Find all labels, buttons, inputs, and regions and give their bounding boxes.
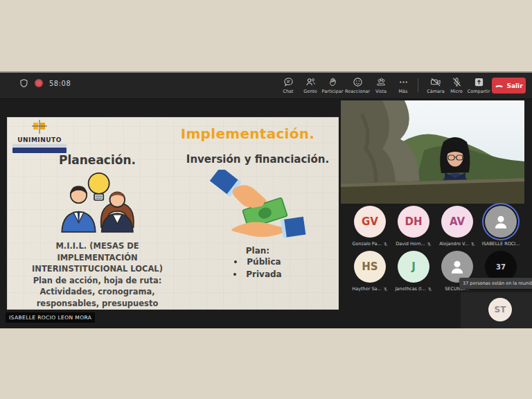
miil-line: IMPLEMENTACIÓN [12,252,182,264]
avatar: AV [441,206,473,238]
presenter-name-tag: ISABELLE ROCIO LEON MORA [6,312,95,323]
uniminuto-emblem-icon [30,120,48,134]
toolbar-divider [418,78,418,92]
planeacion-heading: Planeación. [12,153,182,167]
participant-tile[interactable]: HS Hayther Sa... [348,251,391,292]
camera-off-icon [430,77,441,87]
gallery-view-icon [376,77,387,87]
meeting-app: 58:08 Chat Gente Participar Reaccionar V… [0,0,532,399]
logo-subtext-band [12,144,66,147]
miil-line: INTERINSTITUCIONAL LOCAL) [12,263,182,275]
speaker-video-tile[interactable] [341,100,524,204]
participant-name: Janethcas (l... [395,286,425,292]
share-screen-icon [474,77,484,87]
share-button[interactable]: Compartir [465,77,493,94]
participant-tile-active[interactable]: ISABELLE ROCI... [479,206,522,247]
miil-line: M.I.I.L. (MESAS DE [12,240,182,252]
participant-tile[interactable]: J Janethcas (l... [392,251,435,292]
shield-icon [19,78,28,88]
raised-hand-icon [328,77,338,87]
muted-mic-icon [470,242,475,247]
bullet-dot [233,273,236,276]
raise-hand-button[interactable]: Participar [319,77,346,94]
participant-name: David Hern... [396,241,425,247]
muted-mic-icon [383,287,388,292]
people-icon [305,77,316,87]
plan-bullet: Pública [247,256,281,268]
leave-button[interactable]: Salir [492,78,526,94]
logo-blue-band [12,148,66,153]
slide-right-column: Inversión y financiación. Plan: Pública … [182,153,333,281]
chat-icon [283,77,294,87]
shared-presentation-slide: UNIMINUTO Implementación. Planeación. [7,117,339,310]
avatar-initials: ST [495,305,506,314]
participant-count-tooltip: 37 personas están en la reunión [459,278,532,289]
plan-accion-line: responsables, presupuesto [12,298,182,310]
slide-title: Implementación. [166,125,329,142]
person-icon [492,213,510,231]
plan-accion-line: Actividades, cronograma, [12,286,182,298]
uniminuto-wordmark: UNIMINUTO [12,136,66,143]
recording-indicator-icon [35,79,43,87]
participant-name: Gonzalo Pa... [352,241,381,247]
avatar-initials: J [411,260,416,273]
avatar: DH [398,206,429,238]
plan-bullet: Privada [246,268,281,281]
muted-mic-icon [427,287,432,292]
mic-off-icon [452,77,462,87]
slide-left-column: Planeación. [12,153,182,309]
person-icon [448,258,466,276]
avatar: J [398,251,429,283]
more-button[interactable]: Más [389,77,417,94]
participant-tile[interactable]: AV Alejandro V... [436,206,479,247]
avatar [485,206,517,238]
avatar-initials: DH [405,215,422,228]
teamwork-lightbulb-illustration [46,169,150,235]
avatar: HS [354,251,386,283]
avatar: GV [354,206,386,238]
raise-hand-label: Participar [319,89,346,94]
money-handover-illustration [202,170,313,239]
speaker-video-scene [341,100,524,204]
plan-accion-line: Plan de acción, hoja de ruta: [12,275,182,287]
overflow-count: 37 [496,263,506,271]
plan-label: Plan: [182,246,333,256]
muted-mic-icon [427,242,432,247]
avatar-initials: HS [362,260,378,273]
leave-label: Salir [506,82,522,89]
meeting-window: 58:08 Chat Gente Participar Reaccionar V… [0,71,532,328]
participant-tile-st[interactable]: ST [488,298,512,321]
share-label: Compartir [465,89,493,94]
timer-group: 58:08 [19,78,71,88]
uniminuto-logo: UNIMINUTO [12,120,66,153]
meeting-toolbar: 58:08 Chat Gente Participar Reaccionar V… [0,73,532,99]
participant-name: Hayther Sa... [352,286,381,292]
avatar-initials: GV [362,215,378,228]
muted-mic-icon [383,242,388,247]
smiley-icon [353,77,363,87]
inversion-heading: Inversión y financiación. [182,153,333,166]
participant-tile[interactable]: GV Gonzalo Pa... [348,206,391,247]
participant-name: Alejandro V... [439,241,469,247]
bullet-dot [234,260,237,263]
hangup-phone-icon [495,81,504,90]
avatar-initials: AV [450,215,465,228]
more-dots-icon [398,77,409,87]
participant-name: ISABELLE ROCI... [482,241,520,247]
participant-tile[interactable]: DH David Hern... [392,206,435,247]
meeting-timer: 58:08 [49,80,71,87]
more-label: Más [389,89,417,94]
